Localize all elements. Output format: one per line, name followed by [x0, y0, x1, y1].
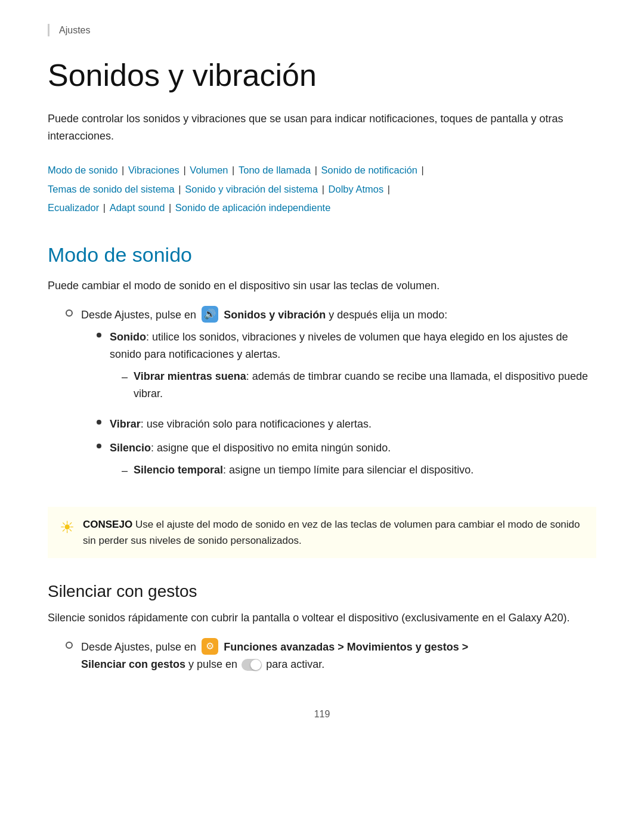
- section-title-gestures: Silenciar con gestos: [48, 582, 596, 601]
- page-number: 119: [48, 709, 596, 720]
- nav-link-tono[interactable]: Tono de llamada: [239, 165, 311, 175]
- dash-vibrar-suena: – Vibrar mientras suena: además de timbr…: [122, 368, 596, 402]
- sub-bullet-vibrar-label: Vibrar: [110, 418, 141, 430]
- nav-link-adapt-sound[interactable]: Adapt sound: [110, 202, 165, 213]
- sub-bullet-vibrar-dot: [97, 420, 101, 425]
- nav-link-volumen[interactable]: Volumen: [190, 165, 228, 175]
- sub-bullet-vibrar: Vibrar: use vibración solo para notifica…: [97, 416, 596, 433]
- sub-bullet-silencio: Silencio: asigne que el dispositivo no e…: [97, 439, 596, 485]
- gesture-bullet-suffix: y pulse en: [188, 658, 240, 670]
- section-sound-mode-intro: Puede cambiar el modo de sonido en el di…: [48, 277, 596, 295]
- nav-link-modo-sonido[interactable]: Modo de sonido: [48, 165, 117, 175]
- sub-bullet-sonido-body: : utilice los sonidos, vibraciones y niv…: [110, 331, 568, 360]
- gesture-bullet-bold-1: Funciones avanzadas > Movimientos y gest…: [224, 641, 468, 653]
- breadcrumb-text: Ajustes: [59, 25, 90, 35]
- dash-silencio-temporal: – Silencio temporal: asigne un tiempo lí…: [122, 462, 473, 479]
- tip-text: CONSEJO Use el ajuste del modo de sonido…: [83, 516, 584, 549]
- intro-paragraph: Puede controlar los sonidos y vibracione…: [48, 110, 596, 145]
- breadcrumb: Ajustes: [48, 24, 596, 36]
- page-title: Sonidos y vibración: [48, 58, 596, 94]
- bullet-sound-setting: Desde Ajustes, pulse en Sonidos y vibrac…: [66, 306, 596, 493]
- bullet-main-bold: Sonidos y vibración: [224, 309, 326, 321]
- advanced-functions-icon: [202, 638, 218, 655]
- sound-settings-icon: [202, 306, 218, 323]
- sub-bullet-dot: [97, 333, 101, 337]
- tip-label: CONSEJO: [83, 519, 132, 530]
- sub-bullet-sonido-label: Sonido: [110, 331, 146, 343]
- sub-bullet-vibrar-text: Vibrar: use vibración solo para notifica…: [110, 416, 371, 433]
- dash-vibrar-suena-text: Vibrar mientras suena: además de timbrar…: [134, 368, 596, 402]
- nav-links: Modo de sonido | Vibraciones | Volumen |…: [48, 161, 596, 217]
- bullet-gesture-setting: Desde Ajustes, pulse en Funciones avanza…: [66, 639, 596, 673]
- sub-bullet-silencio-text: Silencio: asigne que el dispositivo no e…: [110, 439, 473, 485]
- section-gestures-intro: Silencie sonidos rápidamente con cubrir …: [48, 609, 596, 627]
- nav-link-sonido-app[interactable]: Sonido de aplicación independiente: [175, 202, 331, 213]
- toggle-icon: [242, 659, 262, 671]
- sub-bullet-silencio-body: : asigne que el dispositivo no emita nin…: [151, 442, 391, 454]
- nav-link-sonido-vibracion[interactable]: Sonido y vibración del sistema: [185, 184, 318, 194]
- sub-bullets-list: Sonido: utilice los sonidos, vibraciones…: [97, 329, 596, 485]
- nav-link-ecualizador[interactable]: Ecualizador: [48, 202, 99, 213]
- gesture-bullet-bold-2: Silenciar con gestos: [81, 658, 185, 670]
- nav-link-vibraciones[interactable]: Vibraciones: [128, 165, 179, 175]
- sub-bullet-silencio-label: Silencio: [110, 442, 151, 454]
- dash-bullets-silencio: – Silencio temporal: asigne un tiempo lí…: [122, 462, 473, 479]
- sub-bullet-silencio-dot: [97, 444, 101, 448]
- tip-box: ☀ CONSEJO Use el ajuste del modo de soni…: [48, 507, 596, 558]
- sub-bullet-sonido-text: Sonido: utilice los sonidos, vibraciones…: [110, 329, 596, 408]
- section-title-sound-mode: Modo de sonido: [48, 243, 596, 267]
- nav-link-sonido-notif[interactable]: Sonido de notificación: [321, 165, 417, 175]
- tip-icon: ☀: [60, 518, 75, 537]
- tip-body: Use el ajuste del modo de sonido en vez …: [83, 519, 580, 546]
- gesture-bullet-end: para activar.: [266, 658, 324, 670]
- bullet-outer-text: Desde Ajustes, pulse en Sonidos y vibrac…: [81, 306, 596, 493]
- sub-bullet-sonido: Sonido: utilice los sonidos, vibraciones…: [97, 329, 596, 408]
- bullet-gesture-outer-text: Desde Ajustes, pulse en Funciones avanza…: [81, 639, 468, 673]
- gesture-bullet-prefix: Desde Ajustes, pulse en: [81, 641, 196, 653]
- nav-link-dolby[interactable]: Dolby Atmos: [329, 184, 384, 194]
- bullet-circle-gesture-icon: [66, 642, 73, 649]
- nav-link-temas[interactable]: Temas de sonido del sistema: [48, 184, 175, 194]
- dash-bullets-sonido: – Vibrar mientras suena: además de timbr…: [122, 368, 596, 402]
- dash-silencio-temporal-text: Silencio temporal: asigne un tiempo lími…: [134, 462, 473, 479]
- bullet-main-prefix: Desde Ajustes, pulse en: [81, 309, 196, 321]
- sub-bullet-vibrar-body: : use vibración solo para notificaciones…: [141, 418, 371, 430]
- bullet-main-suffix: y después elija un modo:: [329, 309, 447, 321]
- bullet-circle-icon: [66, 309, 73, 317]
